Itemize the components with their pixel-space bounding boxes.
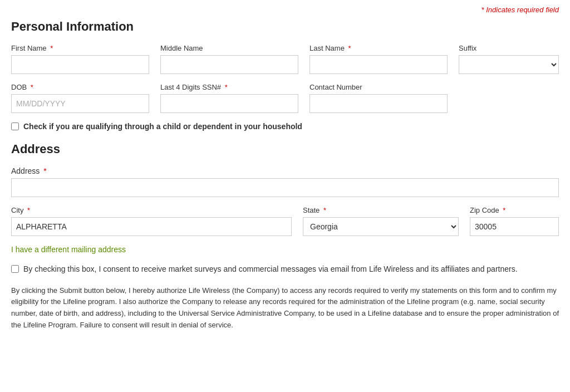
dob-label: DOB * [11,83,149,91]
first-name-input[interactable] [11,55,149,74]
state-select[interactable]: Alabama Alaska Arizona Arkansas Californ… [303,217,459,236]
required-text: Indicates required field [486,6,559,14]
ssn-group: Last 4 Digits SSN# * [160,83,298,113]
last-name-label: Last Name * [309,44,448,52]
first-name-group: First Name * [11,44,149,74]
dob-input[interactable] [11,94,149,113]
required-asterisk: * [481,6,484,14]
dob-ssn-row: DOB * Last 4 Digits SSN# * Contact Numbe… [11,83,559,113]
middle-name-group: Middle Name [160,44,298,74]
address-label: Address * [11,166,47,175]
city-state-zip-row: City * State * Alabama Alaska Arizona Ar… [11,206,559,236]
personal-info-heading: Personal Information [11,19,559,34]
first-name-required: * [48,44,53,52]
middle-name-label: Middle Name [160,44,298,52]
last-name-input[interactable] [309,55,448,74]
state-group: State * Alabama Alaska Arizona Arkansas … [303,206,459,236]
ssn-input[interactable] [160,94,298,113]
zip-input[interactable] [470,217,559,236]
address-required: * [41,166,46,175]
required-note: * Indicates required field [11,6,559,14]
mailing-address-link[interactable]: I have a different mailing address [11,245,126,254]
zip-label: Zip Code * [470,206,559,214]
consent-label: By checking this box, I consent to recei… [23,264,518,275]
dependent-checkbox-row: Check if you are qualifying through a ch… [11,122,559,131]
dob-group: DOB * [11,83,149,113]
contact-label: Contact Number [309,83,448,91]
name-row: First Name * Middle Name Last Name * Suf… [11,44,559,74]
consent-checkbox-row: By checking this box, I consent to recei… [11,264,559,275]
dependent-checkbox[interactable] [11,122,19,130]
dob-required: * [28,83,33,91]
city-group: City * [11,206,292,236]
consent-checkbox[interactable] [11,265,19,273]
contact-input[interactable] [309,94,448,113]
contact-group: Contact Number [309,83,448,113]
suffix-select[interactable]: Jr. Sr. II III IV [459,55,559,74]
legal-text: By clicking the Submit button below, I h… [11,285,559,331]
city-label: City * [11,206,292,214]
address-heading: Address [11,142,559,156]
first-name-label: First Name * [11,44,149,52]
address-field-group: Address * [11,166,559,197]
ssn-required: * [223,83,228,91]
state-required: * [321,206,326,214]
last-name-group: Last Name * [309,44,448,74]
city-required: * [25,206,30,214]
zip-required: * [501,206,506,214]
last-name-required: * [346,44,351,52]
middle-name-input[interactable] [160,55,298,74]
address-input[interactable] [11,178,559,197]
suffix-group: Suffix Jr. Sr. II III IV [459,44,559,74]
suffix-label: Suffix [459,44,559,52]
city-input[interactable] [11,217,292,236]
dependent-label: Check if you are qualifying through a ch… [23,122,302,131]
zip-group: Zip Code * [470,206,559,236]
ssn-label: Last 4 Digits SSN# * [160,83,298,91]
state-label: State * [303,206,459,214]
